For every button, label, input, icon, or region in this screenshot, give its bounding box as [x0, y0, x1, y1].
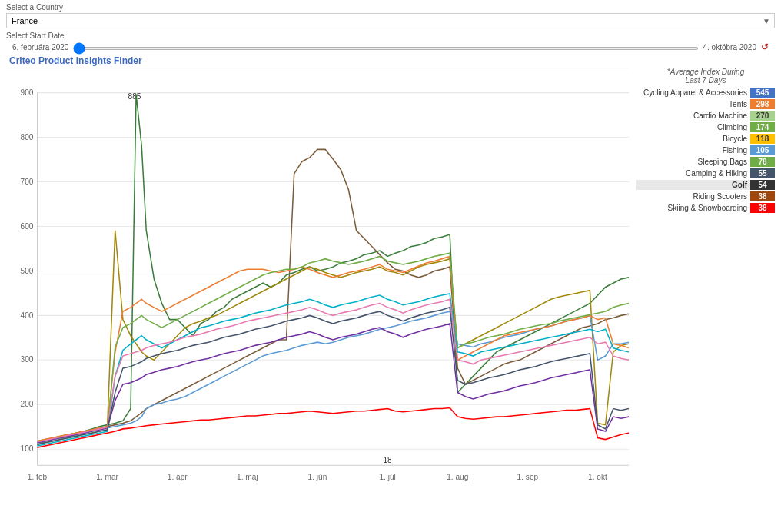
country-select[interactable]: France — [6, 13, 775, 28]
legend-item-sleeping-bags: Sleeping Bags 78 — [636, 157, 775, 167]
legend-badge-golf: 54 — [750, 180, 775, 190]
legend-item-fishing: Fishing 105 — [636, 145, 775, 155]
legend-item-golf: Golf 54 — [636, 180, 775, 190]
svg-text:885: 885 — [128, 92, 141, 101]
legend-container: *Average Index DuringLast 7 Days Cycling… — [629, 68, 775, 506]
legend-badge-cardio: 270 — [750, 111, 775, 121]
legend-badge-camping: 55 — [750, 168, 775, 178]
svg-text:300: 300 — [21, 355, 34, 364]
svg-text:1. jún: 1. jún — [308, 473, 327, 481]
svg-text:500: 500 — [21, 266, 34, 274]
svg-text:200: 200 — [21, 400, 34, 408]
date-range-slider[interactable] — [73, 47, 698, 50]
svg-text:18: 18 — [383, 456, 392, 464]
svg-text:900: 900 — [21, 88, 34, 97]
legend-item-cycling: Cycling Apparel & Accessories 545 — [636, 88, 775, 98]
svg-text:700: 700 — [21, 178, 34, 186]
legend-title: *Average Index DuringLast 7 Days — [636, 68, 775, 85]
svg-text:1. okt: 1. okt — [588, 473, 607, 481]
svg-text:1. júl: 1. júl — [379, 473, 395, 481]
svg-text:600: 600 — [21, 221, 34, 230]
country-label: Select a Country — [6, 3, 775, 12]
legend-item-tents: Tents 298 — [636, 99, 775, 109]
legend-badge-skiing: 38 — [750, 203, 775, 213]
svg-text:800: 800 — [21, 133, 34, 141]
legend-badge-tents: 298 — [750, 99, 775, 109]
legend-badge-sleeping-bags: 78 — [750, 157, 775, 167]
svg-text:100: 100 — [21, 444, 34, 453]
legend-badge-bicycle: 118 — [750, 134, 775, 144]
legend-item-riding-scooters: Riding Scooters 38 — [636, 191, 775, 201]
legend-item-bicycle: Bicycle 118 — [636, 134, 775, 144]
legend-badge-fishing: 105 — [750, 145, 775, 155]
legend-badge-cycling: 545 — [750, 88, 775, 98]
start-date-label: Select Start Date — [6, 32, 775, 40]
slider-date-right: 4. októbra 2020 — [703, 43, 757, 52]
svg-text:1. sep: 1. sep — [517, 473, 539, 481]
legend-badge-climbing: 174 — [750, 122, 775, 132]
slider-date-left: 6. februára 2020 — [12, 43, 68, 52]
svg-text:1. apr: 1. apr — [168, 473, 188, 481]
svg-text:1. aug: 1. aug — [447, 473, 468, 481]
svg-text:1. feb: 1. feb — [28, 473, 48, 481]
legend-item-camping: Camping & Hiking 55 — [636, 168, 775, 178]
chart-title: Criteo Product Insights Finder — [6, 55, 142, 66]
legend-item-cardio: Cardio Machine 270 — [636, 111, 775, 121]
legend-item-skiing: Skiing & Snowboarding 38 — [636, 203, 775, 213]
chart-container: 900 800 700 600 500 400 300 200 100 1. f… — [6, 68, 629, 506]
svg-text:1. máj: 1. máj — [237, 473, 258, 481]
reset-icon[interactable]: ↺ — [761, 42, 769, 52]
legend-item-climbing: Climbing 174 — [636, 122, 775, 132]
svg-text:1. mar: 1. mar — [96, 473, 118, 481]
chart-svg: 900 800 700 600 500 400 300 200 100 1. f… — [6, 68, 629, 506]
svg-text:400: 400 — [21, 311, 34, 319]
legend-badge-riding-scooters: 38 — [750, 191, 775, 201]
